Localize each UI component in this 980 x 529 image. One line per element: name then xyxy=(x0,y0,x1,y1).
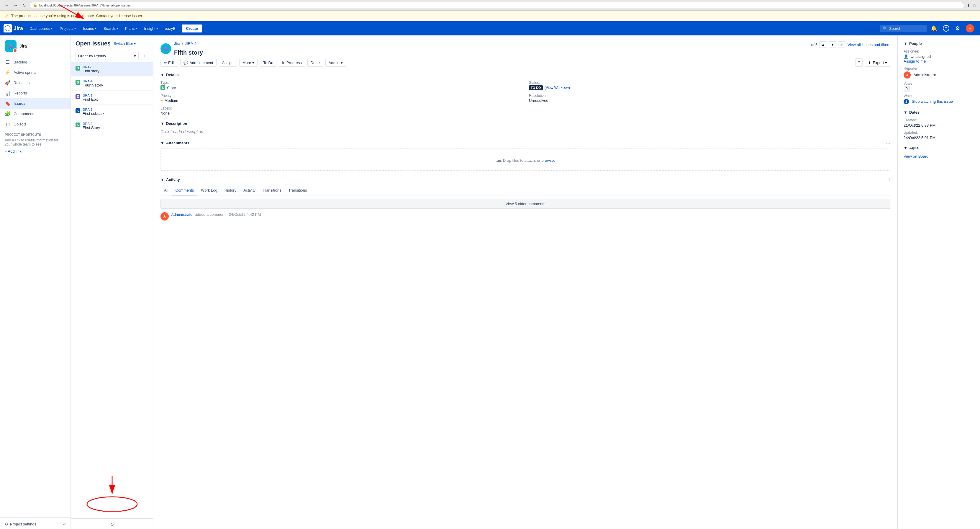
sidebar-item-issues[interactable]: 🔖 Issues xyxy=(0,98,70,108)
sidebar-item-objects[interactable]: ◻ Objects xyxy=(0,119,70,129)
in-progress-button[interactable]: In Progress xyxy=(279,59,305,67)
view-board-link[interactable]: View on Board xyxy=(904,154,928,159)
url-bar[interactable]: 🔒 localhost:8080/projects/JIRA/issues/JI… xyxy=(30,2,964,8)
notifications-button[interactable]: 🔔 xyxy=(928,21,939,35)
search-field[interactable]: 🔍 Search xyxy=(880,25,927,32)
chevron-down-icon: ▾ xyxy=(252,61,254,65)
nav-plans[interactable]: Plans ▾ xyxy=(122,21,140,35)
description-placeholder[interactable]: Click to add description xyxy=(161,129,890,134)
issues-list-bottom: ↻ xyxy=(71,518,153,529)
sidebar-collapse-button[interactable]: « xyxy=(63,521,66,527)
activity-section-header[interactable]: ▼ Activity ↑ xyxy=(161,177,890,182)
todo-status-button[interactable]: To Do xyxy=(260,59,277,67)
browse-link[interactable]: browse. xyxy=(541,158,555,163)
view-workflow-link[interactable]: (View Workflow) xyxy=(544,86,570,90)
activity-sort-button[interactable]: ↑ xyxy=(888,177,890,182)
tab-history[interactable]: History xyxy=(221,186,240,195)
main-layout: 👾 ! Jira ☰ Backlog ⚡ Active sprints 🚀 Re… xyxy=(0,35,980,529)
expand-issue-button[interactable]: ⤢ xyxy=(838,41,845,48)
breadcrumb: Jira / JIRA-5 xyxy=(174,41,203,46)
project-avatar: 👾 ! xyxy=(5,40,16,52)
sort-direction-button[interactable]: ↓ xyxy=(141,52,148,60)
admin-button[interactable]: Admin ▾ xyxy=(325,59,346,67)
details-section-header[interactable]: ▼ Details xyxy=(161,73,890,77)
shortcuts-title: PROJECT SHORTCUTS xyxy=(5,133,66,136)
issue-item-jira4[interactable]: S JIRA-4 Fourth story xyxy=(71,76,153,91)
export-button[interactable]: ⬆ Export ▾ xyxy=(865,59,890,67)
stop-watching-link[interactable]: Stop watching this issue xyxy=(912,99,953,104)
commenter-name[interactable]: Administrator xyxy=(171,212,194,217)
tab-transitions-1[interactable]: Transitions xyxy=(259,186,285,195)
settings-button[interactable]: ⚙ xyxy=(953,21,962,35)
user-avatar-button[interactable]: A xyxy=(964,21,977,35)
share-button[interactable]: ⤴ xyxy=(855,59,862,67)
assign-button[interactable]: Assign xyxy=(219,59,237,67)
tab-comments[interactable]: Comments xyxy=(172,186,197,195)
activity-tabs: All Comments Work Log History Activity T… xyxy=(161,186,890,195)
attachments-more-button[interactable]: ··· xyxy=(886,140,890,146)
view-older-comments-button[interactable]: View 5 older comments xyxy=(161,199,890,209)
nav-eazybi[interactable]: eazyBI xyxy=(162,21,180,35)
sidebar-item-backlog[interactable]: ☰ Backlog xyxy=(0,57,70,67)
refresh-icon[interactable]: ↻ xyxy=(110,522,114,527)
project-settings-link[interactable]: ⚙ Project settings xyxy=(5,522,36,526)
attachments-title-row[interactable]: ▼ Attachments xyxy=(161,141,189,145)
share-icon: ⤴ xyxy=(858,60,860,65)
nav-insight[interactable]: Insight ▾ xyxy=(141,21,161,35)
issue-item-jira1[interactable]: E JIRA-1 First Epic xyxy=(71,91,153,105)
nav-issues[interactable]: Issues ▾ xyxy=(80,21,99,35)
create-button[interactable]: Create xyxy=(182,24,202,32)
tab-all[interactable]: All xyxy=(161,186,172,195)
components-icon: 🧩 xyxy=(5,111,11,116)
open-issues-title: Open issues xyxy=(76,40,111,47)
edit-button[interactable]: ✏ Edit xyxy=(161,59,178,67)
nav-projects[interactable]: Projects ▾ xyxy=(57,21,79,35)
jira-logo[interactable]: Jira xyxy=(3,24,23,32)
watchers-row: Watchers: 1 Stop watching this issue xyxy=(904,94,974,104)
next-issue-button[interactable]: ▼ xyxy=(829,41,836,48)
sidebar-item-label-releases: Releases xyxy=(14,81,30,85)
assign-me-link[interactable]: Assign to me xyxy=(904,59,926,64)
issues-panel-toolbar: Order by Priority ▾ ↓ xyxy=(71,49,153,62)
issue-item-jira3[interactable]: ↘ JIRA-3 First subtask xyxy=(71,105,153,119)
refresh-button[interactable]: ↻ xyxy=(21,2,27,8)
status-badge: TO DO xyxy=(529,85,543,90)
sidebar-item-components[interactable]: 🧩 Components xyxy=(0,108,70,119)
issue-item-jira5[interactable]: S JIRA-5 Fifth story xyxy=(71,62,153,76)
collapse-icon: ▼ xyxy=(904,146,907,150)
add-link-button[interactable]: + Add link xyxy=(5,149,22,153)
sidebar-item-releases[interactable]: 🚀 Releases xyxy=(0,78,70,88)
sidebar-item-active-sprints[interactable]: ⚡ Active sprints xyxy=(0,67,70,78)
issue-item-jira2[interactable]: S JIRA-2 First Story xyxy=(71,119,153,133)
description-section-header[interactable]: ▼ Description xyxy=(161,121,890,126)
prev-issue-button[interactable]: ▲ xyxy=(819,41,827,48)
help-icon: ? xyxy=(943,25,949,32)
reports-icon: 📊 xyxy=(5,90,11,96)
sidebar-item-reports[interactable]: 📊 Reports xyxy=(0,88,70,98)
sprints-icon: ⚡ xyxy=(5,70,11,75)
back-button[interactable]: ← xyxy=(3,2,10,8)
detail-labels-row: Labels: None xyxy=(161,106,522,115)
nav-dashboards[interactable]: Dashboards ▾ xyxy=(27,21,56,35)
order-by-select[interactable]: Order by Priority ▾ xyxy=(76,52,138,60)
help-button[interactable]: ? xyxy=(940,21,952,35)
chevron-down-icon: ▾ xyxy=(135,27,137,30)
collapse-icon: ▼ xyxy=(161,141,164,145)
sidebar-item-label-objects: Objects xyxy=(14,122,27,126)
detail-resolution-row: Resolution: Unresolved xyxy=(529,94,890,103)
more-button[interactable]: More ▾ xyxy=(239,59,258,67)
tab-transitions-2[interactable]: Transitions xyxy=(285,186,310,195)
done-button[interactable]: Done xyxy=(307,59,323,67)
view-all-issues-link[interactable]: View all issues and filters xyxy=(848,43,890,47)
nav-boards[interactable]: Boards ▾ xyxy=(100,21,121,35)
forward-button[interactable]: → xyxy=(13,2,19,8)
breadcrumb-issue-link[interactable]: JIRA-5 xyxy=(185,41,197,46)
tab-worklog[interactable]: Work Log xyxy=(197,186,221,195)
breadcrumb-project-link[interactable]: Jira xyxy=(174,41,180,46)
add-comment-button[interactable]: 💬 Add comment xyxy=(180,59,216,67)
reporter-label: Reporter: xyxy=(904,67,974,70)
created-label: Created: xyxy=(904,118,974,122)
switch-filter-button[interactable]: Switch filter ▾ xyxy=(114,41,136,46)
tab-activity[interactable]: Activity xyxy=(240,186,259,195)
attachments-drop-zone[interactable]: ☁ Drop files to attach, or browse. xyxy=(161,148,890,171)
